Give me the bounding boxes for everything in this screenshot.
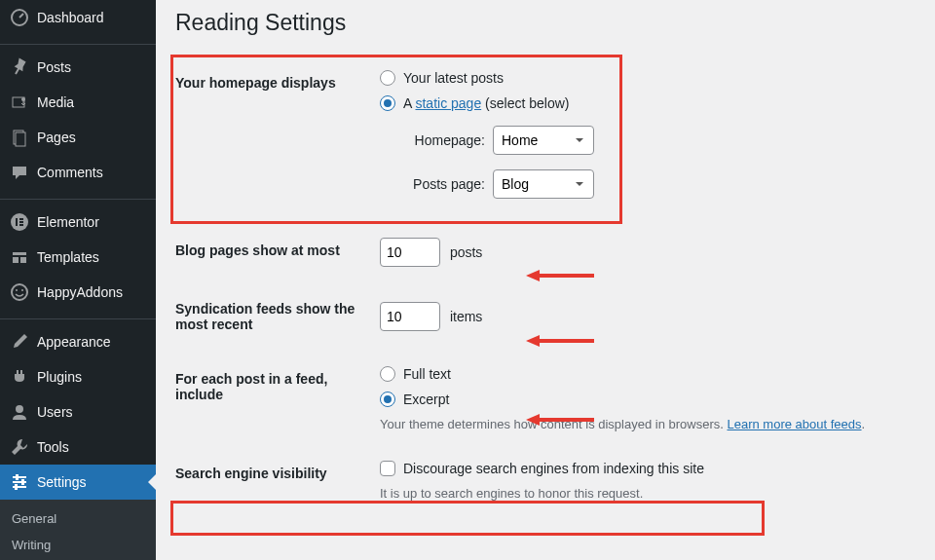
sidebar-item-label: Settings [37, 474, 87, 490]
sidebar-item-label: Users [37, 404, 73, 420]
search-visibility-label: Discourage search engines from indexing … [403, 461, 704, 476]
blog-pages-unit: posts [450, 244, 482, 260]
sidebar-item-settings[interactable]: Settings [0, 465, 156, 500]
svg-rect-12 [20, 257, 26, 263]
sidebar-item-dashboard[interactable]: Dashboard [0, 0, 156, 35]
homepage-option-static[interactable]: A static page (select below) [380, 95, 906, 111]
sidebar-item-label: HappyAddons [37, 284, 123, 300]
sidebar-item-label: Pages [37, 130, 76, 145]
sidebar-item-label: Tools [37, 439, 69, 455]
feed-option-excerpt[interactable]: Excerpt [380, 392, 906, 407]
sliders-icon [10, 472, 29, 492]
svg-rect-6 [16, 218, 18, 226]
feed-radio-excerpt[interactable] [380, 392, 395, 407]
submenu-general[interactable]: General [0, 505, 156, 532]
pin-icon [10, 57, 29, 77]
feed-radio-full[interactable] [380, 366, 395, 382]
svg-rect-4 [16, 132, 25, 146]
learn-feeds-link[interactable]: Learn more about feeds [727, 417, 861, 431]
feed-option-full[interactable]: Full text [380, 366, 906, 382]
pages-icon [10, 128, 29, 147]
dashboard-icon [10, 8, 29, 27]
users-icon [10, 402, 29, 422]
sidebar-item-templates[interactable]: Templates [0, 240, 156, 275]
sidebar-item-elementor[interactable]: Elementor [0, 205, 156, 240]
main-content: Reading Settings Your homepage displays … [156, 0, 935, 560]
syndication-unit: items [450, 309, 482, 324]
feed-option-excerpt-label: Excerpt [403, 392, 449, 407]
homepage-select[interactable]: Home [493, 126, 594, 155]
svg-rect-7 [19, 218, 23, 220]
svg-rect-10 [13, 252, 26, 255]
sidebar-separator [0, 315, 156, 319]
feed-option-full-label: Full text [403, 366, 451, 382]
homepage-option-static-label: A static page (select below) [403, 95, 569, 111]
sidebar-item-label: Comments [37, 165, 103, 180]
svg-point-13 [12, 284, 27, 300]
sidebar-separator [0, 40, 156, 45]
static-page-link[interactable]: static page [415, 95, 481, 111]
svg-rect-17 [13, 476, 26, 478]
templates-icon [10, 247, 29, 267]
sidebar-item-label: Dashboard [37, 10, 104, 25]
admin-sidebar: Dashboard Posts Media Pages Comments Ele… [0, 0, 156, 560]
sidebar-item-label: Media [37, 94, 74, 110]
svg-rect-8 [19, 221, 23, 223]
submenu-writing[interactable]: Writing [0, 532, 156, 558]
blog-pages-input[interactable] [380, 238, 440, 267]
homepage-select-label: Homepage: [399, 132, 485, 148]
happyaddons-icon [10, 282, 29, 302]
sidebar-item-media[interactable]: Media [0, 85, 156, 120]
page-title: Reading Settings [175, 10, 916, 36]
media-icon [10, 93, 29, 112]
plugin-icon [10, 367, 29, 387]
homepage-radio-latest[interactable] [380, 70, 395, 86]
sidebar-item-label: Elementor [37, 214, 99, 230]
blog-pages-heading: Blog pages show at most [175, 223, 370, 281]
sidebar-item-comments[interactable]: Comments [0, 155, 156, 190]
search-visibility-option[interactable]: Discourage search engines from indexing … [380, 461, 906, 476]
elementor-icon [10, 212, 29, 232]
feed-include-heading: For each post in a feed, include [175, 352, 370, 446]
tools-icon [10, 437, 29, 457]
brush-icon [10, 332, 29, 352]
homepage-option-latest[interactable]: Your latest posts [380, 70, 906, 86]
svg-point-16 [16, 405, 23, 413]
sidebar-separator [0, 195, 156, 200]
sidebar-item-users[interactable]: Users [0, 394, 156, 429]
sidebar-item-label: Templates [37, 249, 99, 265]
svg-rect-22 [15, 484, 18, 490]
search-visibility-heading: Search engine visibility [175, 446, 370, 515]
sidebar-item-label: Plugins [37, 369, 82, 385]
comments-icon [10, 163, 29, 182]
sidebar-item-happyaddons[interactable]: HappyAddons [0, 275, 156, 310]
sidebar-item-tools[interactable]: Tools [0, 429, 156, 465]
svg-point-14 [16, 289, 18, 291]
sidebar-item-posts[interactable]: Posts [0, 50, 156, 85]
svg-point-15 [21, 289, 23, 291]
syndication-input[interactable] [380, 302, 440, 331]
postspage-select-label: Posts page: [399, 176, 485, 192]
sidebar-item-label: Posts [37, 59, 71, 75]
search-visibility-desc: It is up to search engines to honor this… [380, 486, 906, 501]
sidebar-item-pages[interactable]: Pages [0, 120, 156, 155]
search-visibility-checkbox[interactable] [380, 461, 395, 476]
homepage-option-latest-label: Your latest posts [403, 70, 504, 86]
homepage-radio-static[interactable] [380, 95, 395, 111]
svg-rect-9 [19, 224, 23, 226]
postspage-select[interactable]: Blog [493, 169, 594, 199]
svg-rect-21 [21, 479, 24, 485]
feed-desc: Your theme determines how content is dis… [380, 417, 906, 431]
svg-rect-11 [13, 257, 19, 263]
sidebar-item-label: Appearance [37, 334, 111, 350]
homepage-heading: Your homepage displays [175, 56, 370, 223]
settings-submenu: General Writing Reading [0, 500, 156, 560]
sidebar-item-appearance[interactable]: Appearance [0, 324, 156, 359]
svg-rect-20 [16, 474, 19, 480]
sidebar-item-plugins[interactable]: Plugins [0, 359, 156, 394]
syndication-heading: Syndication feeds show the most recent [175, 281, 370, 352]
